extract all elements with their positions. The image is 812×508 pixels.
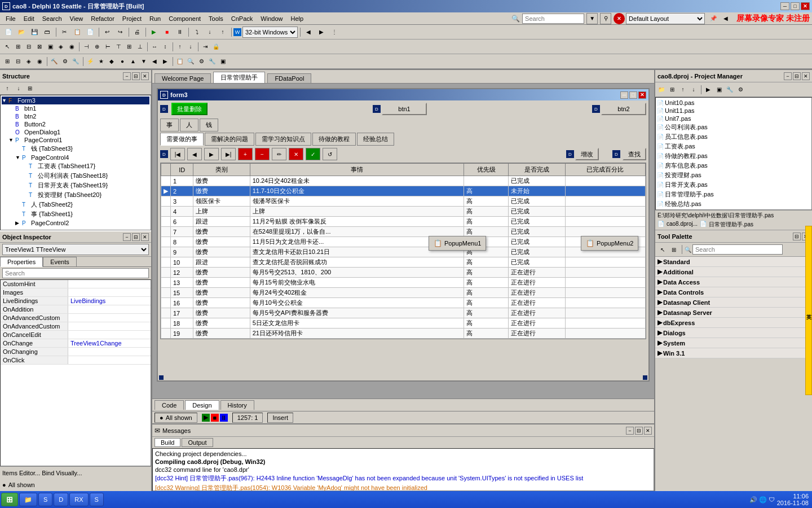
struct-dock-btn[interactable]: ⊟ (132, 72, 140, 80)
table-row[interactable]: 13 缴费 每月15号前交物业水电 高 正在进行 (161, 278, 646, 288)
prop-val-onadvanced1[interactable] (68, 314, 151, 322)
pm-file-daily[interactable]: 📄 日常开支表.pas (657, 180, 810, 190)
msg-tab-build[interactable]: Build (155, 438, 180, 447)
nav-last-btn[interactable]: ▶| (221, 148, 236, 160)
msgs-minimize-btn[interactable]: − (626, 427, 634, 435)
pm-close-btn[interactable]: ✕ (802, 72, 810, 80)
tab-btn[interactable]: ⇥ (200, 42, 210, 52)
prop-val-onadvanced2[interactable] (68, 322, 151, 330)
lock-btn[interactable]: 🔒 (211, 42, 221, 52)
pm-file-unit7[interactable]: 📄 Unit7.pas (657, 115, 810, 122)
tree-tabsheet2[interactable]: T人 {TabSheet2} (2, 200, 149, 209)
tree-btn1[interactable]: Bbtn1 (2, 104, 149, 112)
pm-btn3[interactable]: ↑ (678, 85, 688, 95)
comp-btn1[interactable]: ⊞ (2, 56, 12, 67)
table-row[interactable]: ▶ 2 缴费 11.7-10日交公积金 高 未开始 (161, 186, 646, 196)
struct-down-btn[interactable]: ↓ (14, 84, 24, 94)
tp-da-header[interactable]: ▶ Data Access (655, 277, 812, 287)
batch-delete-btn[interactable]: 批量删除 (171, 103, 208, 115)
pm-btn4[interactable]: ↓ (689, 85, 699, 95)
menu-file[interactable]: File (2, 14, 19, 23)
tree-opendialog1[interactable]: OOpenDialog1 (2, 128, 149, 136)
tree-pagecontrol2[interactable]: ▶PPageControl2 (2, 219, 149, 227)
browse-btn[interactable]: ⚲ (600, 13, 611, 24)
cut-btn[interactable]: ✂ (58, 26, 70, 38)
align-top[interactable]: ⊤ (113, 42, 123, 52)
tree-form3[interactable]: ▼FForm3 (2, 97, 149, 104)
pm-file-house[interactable]: 📄 房车信息表.pas (657, 161, 810, 170)
pm-file-employee[interactable]: 📄 员工信息表.pas (657, 132, 810, 142)
maximize-button[interactable]: □ (791, 2, 800, 10)
drag-handle-tl[interactable] (159, 375, 164, 380)
struct-minimize-btn[interactable]: − (123, 72, 131, 80)
nav-confirm-btn[interactable]: ✓ (306, 148, 320, 160)
nav-cancel-btn[interactable]: ✕ (289, 148, 303, 160)
extra-btn2[interactable]: 🔍 (186, 56, 196, 67)
form-minimize-btn[interactable]: ─ (620, 91, 628, 99)
prop-val-images[interactable] (68, 288, 151, 296)
cnpack-btn7[interactable]: ◀ (149, 56, 160, 67)
table-row[interactable]: 17 缴费 每月5号交API费和服务器费 高 正在进行 (161, 308, 646, 318)
pm-btn6[interactable]: ▣ (714, 85, 724, 95)
save-btn[interactable]: 💾 (28, 26, 41, 38)
tree-button2[interactable]: BButton2 (2, 120, 149, 128)
taskbar-explorer[interactable]: 📁 (19, 493, 37, 506)
table-row[interactable]: 4 上牌 上牌 高 已完成 (161, 207, 646, 217)
tab-welcome[interactable]: Welcome Page (155, 73, 211, 83)
tree-pagecontrol1[interactable]: ▼PPageControl1 (2, 136, 149, 144)
platform-select[interactable]: 32-bit Windows (242, 27, 298, 38)
align-mid[interactable]: ⊞ (124, 42, 134, 52)
comp-btn3[interactable]: ◈ (24, 56, 34, 67)
menu-run[interactable]: Run (146, 14, 164, 23)
btn1-component[interactable]: btn1 (382, 103, 427, 115)
prop-val-onclick[interactable] (68, 356, 151, 364)
pm-file-salary[interactable]: 📄 工资表.pas (657, 142, 810, 151)
cnpack-btn2[interactable]: ★ (96, 56, 106, 67)
tree-tabsheet3[interactable]: T钱 {TabSheet3} (2, 144, 149, 154)
tree-tabsheet18[interactable]: T公司利润表 {TabSheet18} (2, 171, 149, 181)
new-btn[interactable]: 📄 (2, 26, 15, 38)
menu-view[interactable]: View (67, 14, 87, 23)
msgs-close-btn[interactable]: ✕ (644, 427, 652, 435)
pm-btn2[interactable]: ⊞ (667, 85, 677, 95)
menu-component[interactable]: Component (165, 14, 204, 23)
build-btn1[interactable]: 🔨 (49, 56, 59, 67)
table-row[interactable]: 19 缴费 21日还环玲信用卡 高 正在进行 (161, 329, 646, 339)
hist-btn[interactable]: ⋮ (328, 26, 341, 38)
cnpack-btn6[interactable]: ▼ (139, 56, 149, 67)
align-right[interactable]: ⊢ (103, 42, 113, 52)
cnpack-btn4[interactable]: ● (117, 56, 127, 67)
cnpack-btn5[interactable]: ▲ (128, 56, 138, 67)
msgs-dock-btn[interactable]: ⊟ (635, 427, 643, 435)
table-row[interactable]: 7 缴费 在5248里提现1万，以备自... 高 已完成 (161, 227, 646, 237)
search-dropdown-btn[interactable]: ▼ (586, 13, 598, 24)
taskbar-app3[interactable]: RX (69, 493, 88, 506)
tp-standard-header[interactable]: ▶ Standard (655, 257, 812, 266)
size-btn2[interactable]: ↕ (160, 42, 170, 52)
oi-tab-properties[interactable]: Properties (0, 257, 43, 267)
nav-edit-btn[interactable]: ✏ (272, 148, 286, 160)
tp-search-input[interactable] (692, 244, 783, 255)
paste-btn[interactable]: 📄 (84, 26, 96, 38)
tp-dbx-header[interactable]: ▶ dbExpress (655, 318, 812, 327)
structure-tree[interactable]: ▼FForm3 Bbtn1 Bbtn2 BButton2 OOpenDialog… (0, 95, 151, 230)
cnpack-btn8[interactable]: ▶ (160, 56, 170, 67)
redo-btn[interactable]: ↪ (114, 26, 126, 38)
table-row[interactable]: 6 跟进 11月2号贴膜 改倒车像装反 高 已完成 (161, 217, 646, 227)
tree-tabsheet17[interactable]: T工资表 {TabSheet17} (2, 161, 149, 171)
taskbar-app4[interactable]: S (90, 493, 104, 506)
align-bot[interactable]: ⊥ (135, 42, 145, 52)
tp-select-btn[interactable]: ⊞ (669, 244, 679, 255)
form-maximize-btn[interactable]: □ (629, 91, 637, 99)
tree-pagecontrol4[interactable]: ▼PPageControl4 (2, 154, 149, 161)
popup2-item[interactable]: 📋 PopupMenu2 (581, 238, 638, 249)
tab-main[interactable]: 日常管理助手 (213, 72, 265, 83)
tool-btn3[interactable]: ⊟ (24, 42, 34, 52)
table-row[interactable]: 8 缴费 11月5日为文龙信用卡还... 高 已完成 (161, 237, 646, 247)
pm-btn8[interactable]: ⚙ (735, 85, 745, 95)
back-btn[interactable]: ◀ (302, 26, 315, 38)
tp-dlg-header[interactable]: ▶ Dialogs (655, 328, 812, 338)
pm-btn7[interactable]: 🔧 (725, 85, 735, 95)
form-tab-summary[interactable]: 经验总结 (357, 133, 394, 146)
prop-val-oncanceledit[interactable] (68, 331, 151, 339)
